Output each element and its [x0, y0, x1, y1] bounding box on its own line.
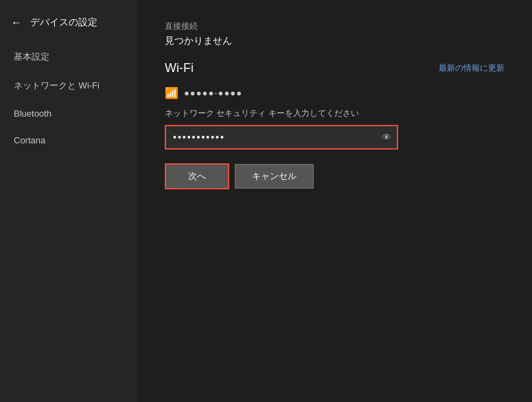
sidebar-nav: 基本設定 ネットワークと Wi-Fi Bluetooth Cortana: [0, 43, 137, 154]
wifi-network-name: ●●●●●-●●●●: [184, 88, 242, 98]
password-input-wrapper: 👁: [165, 125, 398, 150]
refresh-button[interactable]: 最新の情報に更新: [439, 62, 505, 74]
sidebar-item-bluetooth[interactable]: Bluetooth: [0, 100, 137, 127]
password-input[interactable]: [166, 126, 397, 148]
button-row: 次へ キャンセル: [165, 163, 505, 189]
wifi-network-row: 📶 ●●●●●-●●●●: [165, 86, 505, 99]
sidebar-title: デバイスの設定: [30, 16, 97, 29]
direct-connection-label: 直接接続: [165, 21, 505, 32]
show-password-icon[interactable]: 👁: [382, 132, 391, 143]
sidebar-item-cortana[interactable]: Cortana: [0, 127, 137, 154]
sidebar-item-network[interactable]: ネットワークと Wi-Fi: [0, 71, 137, 100]
back-button[interactable]: ←: [11, 16, 22, 29]
cancel-button[interactable]: キャンセル: [235, 164, 314, 189]
next-button[interactable]: 次へ: [165, 163, 229, 189]
security-key-label: ネットワーク セキュリティ キーを入力してください: [165, 108, 505, 119]
wifi-header: Wi-Fi 最新の情報に更新: [165, 61, 505, 75]
main-content: 直接接続 見つかりません Wi-Fi 最新の情報に更新 📶 ●●●●●-●●●●…: [137, 0, 532, 402]
sidebar: ← デバイスの設定 基本設定 ネットワークと Wi-Fi Bluetooth C…: [0, 0, 137, 402]
sidebar-header: ← デバイスの設定: [0, 11, 137, 43]
direct-connection-value: 見つかりません: [165, 35, 505, 47]
sidebar-item-basic[interactable]: 基本設定: [0, 43, 137, 71]
wifi-title: Wi-Fi: [165, 61, 194, 75]
app-window: ← デバイスの設定 基本設定 ネットワークと Wi-Fi Bluetooth C…: [0, 0, 532, 402]
wifi-signal-icon: 📶: [165, 86, 178, 99]
